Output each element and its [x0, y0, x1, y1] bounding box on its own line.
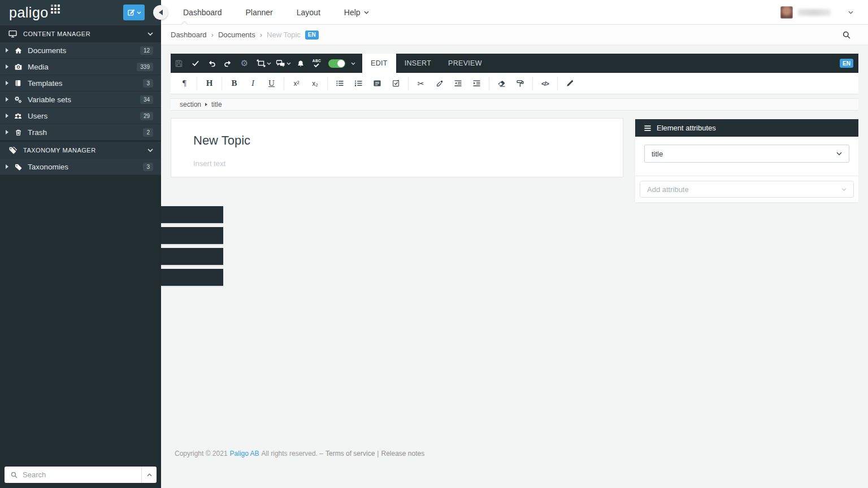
expand-caret-icon[interactable] [6, 48, 8, 53]
heading-button[interactable]: H [200, 73, 219, 94]
checklist-icon [392, 80, 400, 87]
breadcrumb-dashboard[interactable]: Dashboard [171, 30, 207, 39]
panel-title: Element attributes [657, 124, 716, 132]
sidebar-item-label: Users [28, 112, 140, 120]
spellcheck-toggle[interactable] [328, 59, 345, 68]
terms-of-service-link[interactable]: Terms of service [326, 450, 375, 457]
breadcrumb-documents[interactable]: Documents [218, 30, 255, 39]
count-badge: 2 [143, 128, 153, 137]
arrow-left-icon [159, 10, 163, 15]
format-painter-button[interactable] [511, 73, 530, 94]
superscript-button[interactable]: x² [287, 73, 306, 94]
sidebar-item-label: Trash [28, 128, 143, 137]
path-current[interactable]: title [211, 101, 222, 108]
add-attribute-select[interactable]: Add attribute [640, 181, 854, 198]
edit-mode-button[interactable] [561, 73, 579, 94]
document-title[interactable]: New Topic [193, 133, 250, 148]
user-menu[interactable] [780, 6, 853, 19]
undo-button[interactable] [203, 54, 220, 73]
underline-button[interactable]: U [262, 73, 281, 94]
breadcrumb-separator: › [260, 30, 262, 39]
expand-caret-icon[interactable] [6, 64, 8, 69]
settings-button[interactable]: ⚙ [236, 54, 253, 73]
path-parent[interactable]: section [180, 101, 201, 108]
outdent-button[interactable] [449, 73, 467, 94]
save-button[interactable] [171, 54, 187, 73]
document-editor-canvas[interactable]: New Topic Insert text [171, 118, 623, 177]
sidebar-item-documents[interactable]: Documents 12 [0, 42, 161, 59]
document-body-placeholder[interactable]: Insert text [193, 159, 225, 168]
check-icon [192, 60, 199, 67]
expand-caret-icon[interactable] [6, 97, 8, 102]
tab-insert[interactable]: INSERT [396, 54, 440, 73]
cut-button[interactable]: ✂ [411, 73, 430, 94]
element-attributes-header[interactable]: Element attributes [635, 119, 858, 137]
tags-icon [8, 146, 18, 155]
eyedropper-button[interactable] [430, 73, 449, 94]
source-code-button[interactable]: </> [536, 73, 554, 94]
section-label: TAXONOMY MANAGER [23, 147, 147, 154]
subscript-button[interactable]: x₂ [306, 73, 324, 94]
italic-button[interactable]: I [244, 73, 262, 94]
bullet-list-button[interactable] [331, 73, 349, 94]
monitor-icon [8, 29, 18, 38]
nav-label: Layout [297, 8, 320, 17]
language-badge[interactable]: EN [840, 59, 853, 68]
nav-dashboard[interactable]: Dashboard [171, 0, 234, 24]
chevron-down-icon[interactable] [287, 62, 291, 65]
search-input[interactable] [23, 470, 141, 479]
notifications-button[interactable] [292, 54, 309, 73]
count-badge: 3 [143, 163, 153, 171]
paligo-logo[interactable]: paligo [9, 5, 49, 21]
sidebar-item-media[interactable]: Media 339 [0, 59, 161, 75]
nav-layout[interactable]: Layout [285, 0, 332, 24]
numbered-list-button[interactable] [349, 73, 368, 94]
attribute-select[interactable]: title [644, 145, 849, 163]
nav-help[interactable]: Help [332, 0, 381, 24]
camera-icon [13, 63, 23, 71]
sidebar-section-content-manager[interactable]: CONTENT MANAGER [0, 25, 161, 42]
expand-caret-icon[interactable] [6, 164, 8, 169]
chevron-down-icon [147, 32, 153, 36]
breadcrumb-separator: › [211, 30, 214, 39]
redo-icon [224, 60, 232, 67]
count-badge: 34 [140, 95, 153, 104]
search-icon[interactable] [842, 30, 851, 40]
sidebar-section-taxonomy-manager[interactable]: TAXONOMY MANAGER [0, 142, 161, 159]
toolbar-divider [408, 77, 409, 90]
redo-button[interactable] [220, 54, 236, 73]
sidebar-item-trash[interactable]: Trash 2 [0, 124, 161, 141]
sidebar-collapse-button[interactable] [153, 5, 168, 20]
chevron-down-icon[interactable] [351, 62, 355, 65]
expand-caret-icon[interactable] [6, 114, 8, 118]
bullet-list-icon [336, 80, 344, 87]
release-notes-link[interactable]: Release notes [381, 450, 424, 457]
tab-preview[interactable]: PREVIEW [440, 54, 491, 73]
indent-button[interactable] [467, 73, 486, 94]
expand-caret-icon[interactable] [6, 81, 8, 85]
element-attributes-body: title Add attribute [635, 137, 858, 202]
sidebar-item-taxonomies[interactable]: Taxonomies 3 [0, 159, 161, 175]
checklist-button[interactable] [387, 73, 405, 94]
bold-button[interactable]: B [225, 73, 244, 94]
nav-planner[interactable]: Planner [234, 0, 285, 24]
search-options-toggle[interactable] [141, 467, 157, 483]
eraser-button[interactable] [492, 73, 511, 94]
accept-changes-button[interactable] [187, 54, 203, 73]
sidebar-item-templates[interactable]: Templates 3 [0, 75, 161, 91]
spellcheck-button[interactable]: ABC [309, 54, 325, 73]
sidebar-item-label: Variable sets [28, 95, 140, 104]
paint-roller-icon [516, 80, 524, 88]
scissors-icon: ✂ [418, 79, 424, 88]
bell-icon [297, 59, 305, 68]
sidebar-item-users[interactable]: Users 29 [0, 108, 161, 124]
breadcrumb-bar: Dashboard › Documents › New Topic EN [161, 25, 868, 45]
tab-edit[interactable]: EDIT [362, 54, 396, 73]
create-document-button[interactable] [123, 5, 145, 20]
expand-caret-icon[interactable] [6, 130, 8, 134]
chevron-down-icon[interactable] [267, 62, 271, 65]
paragraph-button[interactable]: ¶ [175, 73, 194, 94]
text-block-button[interactable] [368, 73, 387, 94]
sidebar-item-variable-sets[interactable]: Variable sets 34 [0, 91, 161, 108]
company-link[interactable]: Paligo AB [230, 450, 259, 457]
